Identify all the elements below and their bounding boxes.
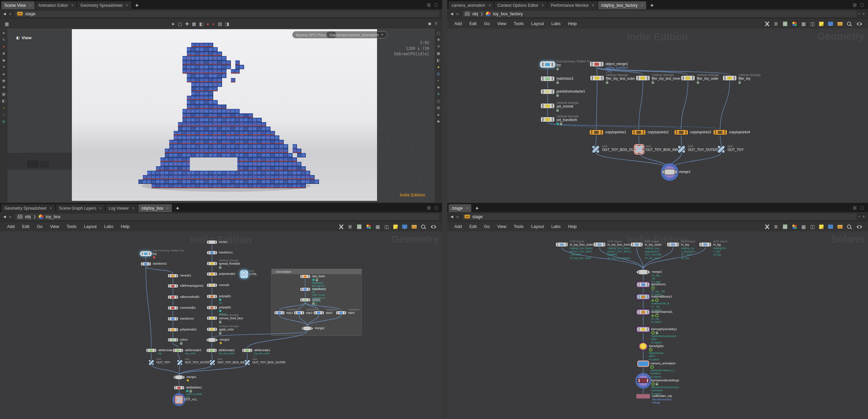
terrain-icon[interactable]: ▲ bbox=[2, 72, 6, 76]
close-tab-icon[interactable]: ✕ bbox=[466, 207, 469, 210]
select-mode-icon[interactable]: ➤ bbox=[2, 31, 5, 35]
tab-scene-graph-layers[interactable]: Scene Graph Layers✕ bbox=[56, 204, 105, 212]
half-icon[interactable]: ◧ bbox=[437, 58, 440, 62]
pin-icon[interactable]: ▪ bbox=[859, 12, 860, 16]
pose-icon[interactable]: ◆ bbox=[2, 58, 5, 62]
grid-icon[interactable]: ▦ bbox=[2, 92, 5, 96]
menu-tools[interactable]: Tools bbox=[510, 21, 527, 26]
render-region-icon[interactable]: ● bbox=[212, 21, 215, 26]
node-body[interactable] bbox=[637, 295, 649, 299]
node-body[interactable] bbox=[174, 375, 185, 379]
layers-icon[interactable]: ▤ bbox=[437, 106, 440, 110]
pane-handle-icon[interactable]: ▦ bbox=[5, 19, 9, 29]
close-tab-icon[interactable]: ✕ bbox=[488, 4, 491, 7]
nav-back-icon[interactable]: ◄ bbox=[2, 12, 7, 16]
help-icon[interactable]: ? bbox=[435, 21, 437, 26]
menu-help[interactable]: Help bbox=[564, 21, 580, 26]
parameter-list-icon[interactable] bbox=[783, 21, 788, 26]
menu-go[interactable]: Go bbox=[480, 21, 494, 26]
menu-add[interactable]: Add bbox=[3, 224, 18, 229]
close-tab-icon[interactable]: ✕ bbox=[541, 4, 544, 7]
node-body[interactable] bbox=[541, 103, 554, 108]
sticky-note-icon[interactable] bbox=[393, 225, 398, 229]
node-body[interactable] bbox=[636, 76, 650, 80]
snapshot-icon[interactable]: ▤ bbox=[218, 21, 222, 26]
pane-maximize-icon[interactable]: ▢ bbox=[434, 205, 438, 210]
snap-grid-icon[interactable]: ▦ bbox=[192, 21, 196, 26]
node-body[interactable] bbox=[635, 145, 644, 154]
nav-back-icon[interactable]: ◄ bbox=[450, 12, 454, 16]
node-body[interactable] bbox=[242, 349, 252, 352]
node-body[interactable] bbox=[141, 262, 151, 266]
path-segment[interactable]: obj bbox=[25, 214, 31, 219]
close-tab-icon[interactable]: ✕ bbox=[166, 207, 169, 210]
parameter-list-icon[interactable] bbox=[357, 224, 362, 229]
node-body[interactable] bbox=[168, 274, 178, 278]
node-body[interactable] bbox=[541, 89, 554, 94]
camera-selector[interactable]: /cameras/camera_animation▼ bbox=[326, 31, 387, 38]
tab-log-viewer[interactable]: Log Viewer✕ bbox=[105, 204, 137, 212]
close-tab-icon[interactable]: ✕ bbox=[29, 4, 32, 7]
node-body[interactable] bbox=[590, 62, 604, 66]
nav-back-icon[interactable]: ◄ bbox=[450, 214, 454, 219]
node-body[interactable] bbox=[176, 396, 182, 403]
shade-icon[interactable]: ◐ bbox=[437, 79, 440, 82]
node-body[interactable] bbox=[336, 311, 346, 315]
target-icon[interactable]: ◉ bbox=[2, 79, 5, 82]
dropdown-icon[interactable]: ▾ bbox=[863, 12, 865, 16]
node-body[interactable] bbox=[209, 359, 215, 365]
color-palette-icon[interactable] bbox=[792, 224, 797, 229]
tab-animation-editor[interactable]: Animation Editor✕ bbox=[35, 1, 77, 9]
node-body[interactable] bbox=[207, 272, 217, 276]
new-tab-button[interactable]: + bbox=[647, 2, 657, 9]
node-body[interactable] bbox=[637, 270, 650, 274]
node-body[interactable] bbox=[207, 284, 217, 287]
menu-help[interactable]: Help bbox=[564, 224, 580, 229]
network-tools-icon[interactable] bbox=[765, 21, 770, 26]
menu-tools[interactable]: Tools bbox=[63, 224, 80, 229]
tree-view-icon[interactable]: ≣ bbox=[774, 224, 778, 229]
search-icon[interactable] bbox=[847, 22, 851, 26]
node-body[interactable] bbox=[637, 310, 649, 314]
new-tab-button[interactable]: + bbox=[132, 2, 142, 9]
node-body[interactable] bbox=[639, 343, 647, 349]
grid-snap-icon[interactable]: ▦ bbox=[802, 21, 806, 26]
path-field[interactable]: stage bbox=[462, 213, 857, 221]
color-palette-icon[interactable] bbox=[366, 224, 371, 229]
menu-add[interactable]: Add bbox=[451, 224, 466, 229]
select-tool-icon[interactable]: ➤ bbox=[171, 21, 175, 26]
tab-scene-view[interactable]: Scene View✕ bbox=[1, 1, 35, 9]
add-icon[interactable]: ✚ bbox=[2, 85, 5, 89]
node-body[interactable] bbox=[631, 243, 643, 247]
network-box-icon[interactable] bbox=[837, 22, 843, 26]
character-icon[interactable]: ● bbox=[437, 65, 440, 69]
node-body[interactable] bbox=[300, 298, 310, 302]
node-body[interactable] bbox=[541, 62, 554, 67]
background-image-icon[interactable] bbox=[828, 22, 833, 26]
close-tab-icon[interactable]: ✕ bbox=[125, 4, 128, 7]
layout-nodes-icon[interactable]: ◫ bbox=[810, 21, 815, 26]
pane-maximize-icon[interactable]: ▢ bbox=[860, 2, 864, 7]
close-tab-icon[interactable]: ✕ bbox=[641, 4, 644, 7]
menu-tools[interactable]: Tools bbox=[510, 224, 527, 229]
menu-layout[interactable]: Layout bbox=[80, 224, 101, 229]
network-box-icon[interactable] bbox=[412, 225, 417, 229]
home-icon[interactable]: ⌂ bbox=[3, 113, 5, 116]
visibility-icon[interactable] bbox=[857, 22, 862, 25]
tree-view-icon[interactable]: ≣ bbox=[348, 224, 352, 229]
menu-go[interactable]: Go bbox=[33, 224, 46, 229]
menu-add[interactable]: Add bbox=[451, 21, 466, 26]
node-body[interactable] bbox=[667, 243, 679, 247]
dropdown-icon[interactable]: ▾ bbox=[863, 214, 865, 219]
node-body[interactable] bbox=[206, 349, 217, 352]
paint-icon[interactable]: ● bbox=[3, 45, 5, 49]
node-body[interactable] bbox=[168, 317, 178, 321]
menu-edit[interactable]: Edit bbox=[466, 21, 480, 26]
sticky-note-icon[interactable] bbox=[819, 225, 824, 229]
nav-forward-icon[interactable]: ► bbox=[8, 214, 13, 219]
node-body[interactable] bbox=[713, 130, 727, 135]
sculpt-icon[interactable]: ✦ bbox=[2, 65, 5, 69]
nav-back-icon[interactable]: ◄ bbox=[2, 214, 7, 219]
render-view-icon[interactable]: ● bbox=[206, 21, 209, 26]
node-body[interactable] bbox=[674, 130, 688, 135]
